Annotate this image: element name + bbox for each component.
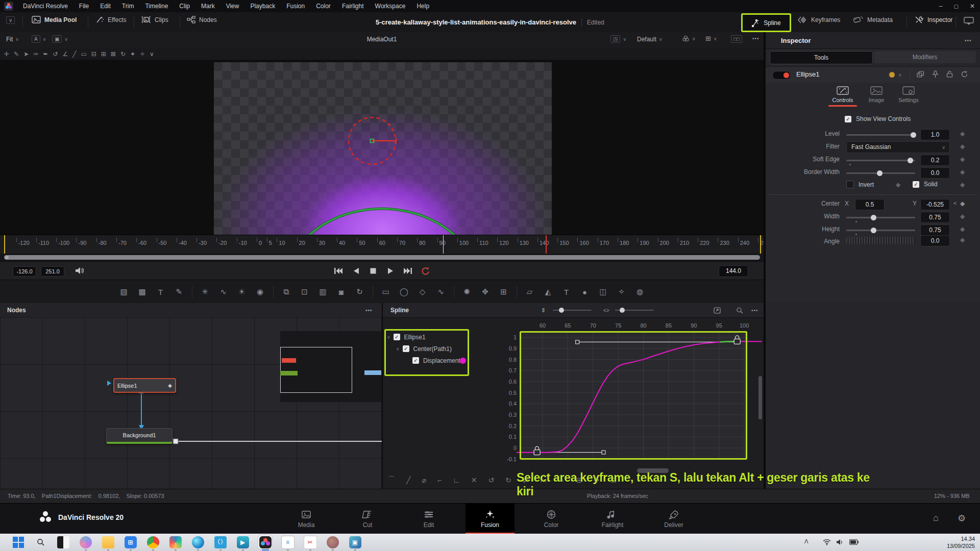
inspector-button[interactable]: Inspector xyxy=(915,16,952,24)
pin-icon[interactable] xyxy=(932,70,939,78)
node-graph[interactable]: Ellipse1 ◈ Background1 xyxy=(0,317,382,489)
ellipse-mask-icon[interactable]: ◯ xyxy=(399,287,410,296)
center-x-field[interactable]: 0.5 xyxy=(855,199,885,210)
taskbar-vscode-icon[interactable]: 〈〉 xyxy=(213,535,227,549)
pmerge-tool-icon[interactable]: ✥ xyxy=(480,287,491,296)
reset-icon[interactable] xyxy=(961,70,968,78)
page-fairlight[interactable]: Fairlight xyxy=(588,504,637,534)
height-keyframe-icon[interactable]: ◆ xyxy=(960,226,965,233)
mergeover-tool-icon[interactable]: ⊡ xyxy=(299,287,310,296)
restore-button[interactable]: ▢ xyxy=(953,4,958,9)
draw-append-icon[interactable]: ✎ xyxy=(14,51,19,58)
colorcorrector-tool-icon[interactable]: ✳ xyxy=(200,287,211,296)
taskbar-photos-icon[interactable]: ▣ xyxy=(348,535,362,549)
nodes-button[interactable]: Nodes xyxy=(187,16,217,23)
node-tile-color-icon[interactable] xyxy=(889,72,895,78)
lut-dropdown[interactable]: Default∨ xyxy=(637,36,663,43)
menu-file[interactable]: File xyxy=(74,3,94,10)
prev-keyframe-icon[interactable]: < xyxy=(953,200,957,206)
center-keyframe-icon[interactable]: ◆ xyxy=(960,200,965,207)
menu-trim[interactable]: Trim xyxy=(116,3,140,10)
versions-icon[interactable] xyxy=(917,71,924,78)
taskbar-search-icon[interactable] xyxy=(34,535,47,549)
page-fusion[interactable]: Fusion xyxy=(465,504,514,534)
reduce-points-icon[interactable]: ⊟ xyxy=(91,51,96,58)
solid-keyframe-icon[interactable]: ◆ xyxy=(960,181,965,188)
keyframes-button[interactable]: Keyframes xyxy=(797,16,840,24)
effects-button[interactable]: Effects xyxy=(96,16,126,23)
loop-spline-icon[interactable]: ↻ xyxy=(505,476,511,484)
solid-checkbox[interactable]: ✓ Solid xyxy=(913,181,938,188)
camera3d-tool-icon[interactable]: ◫ xyxy=(598,287,609,296)
channelbooleans-tool-icon[interactable]: ◙ xyxy=(336,288,347,296)
level-slider[interactable] xyxy=(846,134,915,136)
shape3d-tool-icon[interactable]: ◭ xyxy=(543,287,554,296)
home-icon[interactable]: ⌂ xyxy=(933,513,939,523)
soft-edge-value-field[interactable]: 0.2 xyxy=(920,155,950,166)
invert-spline-icon[interactable]: ✕ xyxy=(471,476,477,484)
minimize-button[interactable]: – xyxy=(939,3,943,10)
width-keyframe-icon[interactable]: ◆ xyxy=(960,213,965,220)
page-media[interactable]: Media xyxy=(282,504,331,534)
menu-fairlight[interactable]: Fairlight xyxy=(336,3,370,10)
renderer3d-tool-icon[interactable]: ◍ xyxy=(634,287,646,296)
go-to-start-button[interactable] xyxy=(331,265,346,277)
menu-fusion[interactable]: Fusion xyxy=(281,3,310,10)
subtab-controls[interactable]: Controls xyxy=(828,86,857,107)
taskbar-designer-icon[interactable] xyxy=(168,535,182,549)
soft-edge-keyframe-icon[interactable]: ◆ xyxy=(960,156,965,163)
dual-view-button[interactable]: □□ xyxy=(731,35,742,42)
play-reverse-button[interactable] xyxy=(348,265,363,277)
volume-icon[interactable] xyxy=(836,539,844,545)
merge-tool-icon[interactable]: ⧉ xyxy=(281,287,292,296)
node-background1[interactable]: Background1 xyxy=(106,428,173,444)
media-pool-button[interactable]: Media Pool xyxy=(32,16,77,23)
inspector-menu[interactable]: ••• xyxy=(965,38,972,43)
prender-tool-icon[interactable]: ⊞ xyxy=(498,287,509,296)
guides-dropdown[interactable]: ⊞∨ xyxy=(705,35,717,42)
nodes-panel-menu[interactable]: ••• xyxy=(365,308,373,313)
bspline-mask-icon[interactable]: ∿ xyxy=(435,287,447,296)
stop-button[interactable] xyxy=(365,265,381,277)
taskbar-store-icon[interactable]: ⊞ xyxy=(124,535,137,549)
roi-dropdown[interactable]: ◳∨ xyxy=(610,35,626,43)
tab-modifiers[interactable]: Modifiers xyxy=(874,51,976,63)
imageplane3d-tool-icon[interactable]: ▱ xyxy=(524,287,535,296)
page-color[interactable]: Color xyxy=(527,504,576,534)
taskbar-explorer-icon[interactable] xyxy=(101,535,115,549)
linear-spline-icon[interactable]: ╱ xyxy=(406,476,410,484)
select-rect-icon[interactable]: ▭ xyxy=(81,51,86,58)
page-switcher-button[interactable]: ∨ xyxy=(6,16,15,24)
taskbar-copilot-icon[interactable] xyxy=(79,535,92,549)
node-ellipse1[interactable]: Ellipse1 ◈ xyxy=(113,378,176,393)
pemitter-tool-icon[interactable]: ✺ xyxy=(461,287,473,296)
height-value-field[interactable]: 0.75 xyxy=(920,224,950,236)
transform-tool-icon[interactable]: ↻ xyxy=(354,287,365,296)
menu-timeline[interactable]: Timeline xyxy=(139,3,174,10)
border-width-value-field[interactable]: 0.0 xyxy=(920,167,950,179)
page-edit[interactable]: Edit xyxy=(404,504,453,534)
render-range-end-marker[interactable] xyxy=(760,235,761,254)
ease-smooth-icon[interactable]: ⌒ xyxy=(388,475,395,485)
play-button[interactable] xyxy=(383,265,398,277)
taskbar-chrome-icon[interactable] xyxy=(146,535,160,549)
tab-tools[interactable]: Tools xyxy=(770,51,873,64)
center-y-field[interactable]: -0.525 xyxy=(920,199,950,210)
angle-value-field[interactable]: 0.0 xyxy=(920,235,950,246)
menu-clip[interactable]: Clip xyxy=(174,3,195,10)
border-width-slider[interactable] xyxy=(846,172,915,174)
taskbar-notes-icon[interactable]: ≡ xyxy=(281,535,295,549)
roto-assist-icon[interactable]: ✧ xyxy=(140,51,145,58)
taskbar-edge-icon[interactable] xyxy=(191,535,205,549)
level-keyframe-icon[interactable]: ◆ xyxy=(960,130,965,137)
reverse-spline-icon[interactable]: ↺ xyxy=(488,476,495,484)
invert-keyframe-icon[interactable]: ◆ xyxy=(896,181,900,188)
step-in-icon[interactable]: ⌐ xyxy=(437,476,442,484)
taskbar-resolve-icon[interactable] xyxy=(258,535,272,549)
colorcurves-tool-icon[interactable]: ∿ xyxy=(218,287,229,296)
clean-feed-button[interactable] xyxy=(964,17,974,26)
flat-spline-icon[interactable]: ⌀ xyxy=(422,476,426,484)
node-visibility-toggle[interactable] xyxy=(772,71,791,80)
spline-button-highlight[interactable]: Spline xyxy=(741,13,791,32)
show-view-controls-checkbox[interactable]: ✓ Show View Controls xyxy=(845,115,911,122)
